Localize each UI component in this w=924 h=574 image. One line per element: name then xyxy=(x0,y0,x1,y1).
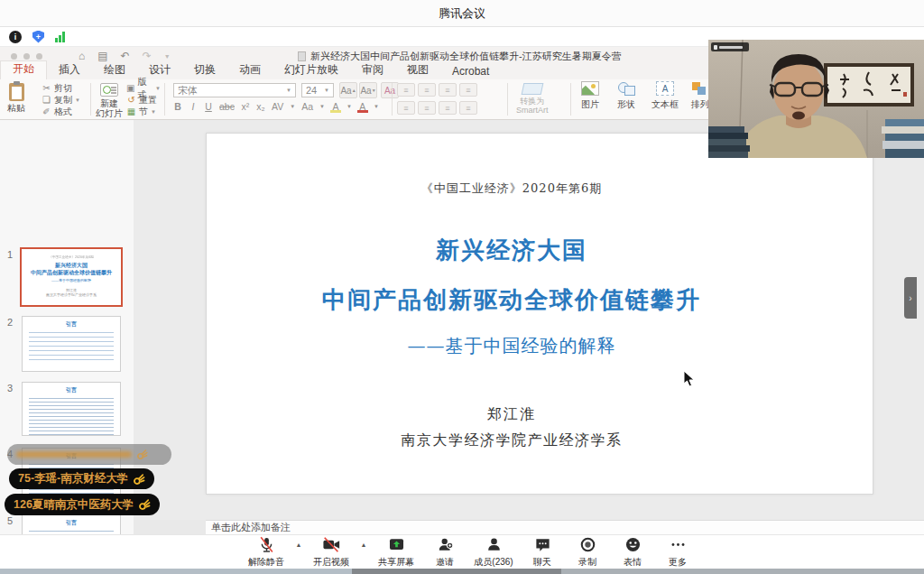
indent-decrease-button[interactable]: ≡ xyxy=(439,83,457,97)
chat-bubble-faded xyxy=(7,444,171,465)
change-case-button[interactable]: Aa xyxy=(301,101,313,112)
highlight-color-button[interactable]: A xyxy=(331,101,340,112)
strikethrough-button[interactable]: abc xyxy=(219,101,235,112)
redo-icon[interactable]: ↷ xyxy=(143,50,152,62)
unmute-button[interactable]: 解除静音 xyxy=(240,536,292,569)
ok-hand-icon xyxy=(136,449,148,460)
mic-muted-icon xyxy=(258,536,275,554)
bottom-edge-strip xyxy=(0,569,924,574)
customize-toolbar-icon[interactable]: ▼ xyxy=(164,53,171,60)
tab-view[interactable]: 视图 xyxy=(395,62,440,79)
tab-acrobat[interactable]: Acrobat xyxy=(440,65,501,79)
window-controls[interactable] xyxy=(11,53,42,60)
tab-review[interactable]: 审阅 xyxy=(350,62,395,79)
numbering-button[interactable]: ≡ xyxy=(418,83,436,97)
font-name-select[interactable]: 宋体 ▼ xyxy=(173,83,296,97)
font-size-select[interactable]: 24 ▼ xyxy=(301,83,334,97)
text-direction-button[interactable]: ≡ xyxy=(459,101,477,115)
indent-increase-button[interactable]: ≡ xyxy=(459,83,477,97)
notes-pane[interactable]: 单击此处添加备注 xyxy=(206,520,924,534)
thumb-number: 3 xyxy=(7,383,13,393)
line-spacing-button[interactable]: ≡ xyxy=(439,101,457,115)
font-format-row: B I U abc x² x₂ AV ▼ Aa ▼ A ▼ A ▼ xyxy=(173,101,379,112)
shield-icon[interactable]: + xyxy=(32,31,44,43)
info-icon[interactable]: i xyxy=(9,31,22,43)
section-button[interactable]: ▦节▼ xyxy=(126,106,161,117)
paste-button[interactable]: 粘贴 xyxy=(7,81,25,113)
cut-button[interactable]: ✂剪切 xyxy=(42,82,80,94)
subscript-button[interactable]: x₂ xyxy=(256,101,265,112)
tab-home[interactable]: 开始 xyxy=(0,60,47,79)
bold-button[interactable]: B xyxy=(173,101,182,112)
participant-name xyxy=(719,46,743,49)
reset-button[interactable]: ↺重置 xyxy=(126,94,161,106)
slide-canvas[interactable]: 《中国工业经济》2020年第6期 新兴经济大国 中间产品创新驱动全球价值链攀升 … xyxy=(206,133,873,495)
slide-thumbnail-2[interactable]: 引言 xyxy=(22,316,121,372)
slide-thumbnail-5[interactable]: 引言 xyxy=(22,514,121,534)
character-spacing-button[interactable]: AV xyxy=(272,101,283,112)
italic-button[interactable]: I xyxy=(189,101,198,112)
webcam-video[interactable] xyxy=(708,40,924,158)
chevron-down-icon: ▼ xyxy=(290,104,295,109)
thumbnail-text-lines xyxy=(29,398,114,436)
bullets-button[interactable]: ≡ xyxy=(397,83,415,97)
mouse-cursor xyxy=(683,370,695,387)
share-screen-icon xyxy=(388,536,405,554)
layout-button[interactable]: ▣版式▼ xyxy=(126,82,161,94)
chat-button[interactable]: 聊天 xyxy=(520,536,565,569)
clear-formatting-button[interactable]: Aa xyxy=(381,82,399,98)
textbox-icon: A xyxy=(656,81,674,96)
chevron-down-icon: ▼ xyxy=(319,104,325,109)
more-icon xyxy=(670,536,687,554)
side-panel-toggle[interactable]: › xyxy=(904,277,917,319)
tab-animations[interactable]: 动画 xyxy=(227,62,273,79)
mic-options-caret[interactable]: ▲ xyxy=(292,536,305,548)
home-icon[interactable]: ⌂ xyxy=(79,50,85,62)
insert-shapes-button[interactable]: 形状 xyxy=(617,81,635,111)
tab-slideshow[interactable]: 幻灯片放映 xyxy=(273,62,350,79)
convert-smartart-button[interactable]: 转换为SmartArt xyxy=(516,83,549,115)
emoji-button[interactable]: 表情 xyxy=(610,536,655,569)
format-painter-icon: ✐ xyxy=(42,106,51,116)
webcam-scene xyxy=(708,40,924,158)
format-painter-button[interactable]: ✐格式 xyxy=(42,106,80,117)
arrange-button[interactable]: 排列 xyxy=(691,81,709,111)
slide-thumbnail-3[interactable]: 引言 xyxy=(22,382,121,436)
webcam-name-badge xyxy=(711,42,749,51)
arrange-icon xyxy=(691,81,709,96)
insert-picture-button[interactable]: 图片 xyxy=(581,81,599,111)
tab-insert[interactable]: 插入 xyxy=(47,62,92,79)
tab-draw[interactable]: 绘图 xyxy=(92,62,137,79)
document-icon xyxy=(298,51,306,61)
ok-hand-icon xyxy=(138,498,151,511)
chevron-down-icon: ▼ xyxy=(324,88,329,93)
align-center-button[interactable]: ≡ xyxy=(418,101,436,115)
copy-button[interactable]: ❏复制▼ xyxy=(42,94,80,106)
align-left-button[interactable]: ≡ xyxy=(397,101,415,115)
copy-icon: ❏ xyxy=(42,95,51,105)
font-color-button[interactable]: A xyxy=(358,101,367,112)
new-slide-icon xyxy=(100,83,118,97)
tab-transitions[interactable]: 切换 xyxy=(182,62,227,79)
quick-access-toolbar: ⌂ ▤ ↶ ↷ ▼ xyxy=(79,50,171,62)
slide-title-line1: 新兴经济大国 xyxy=(207,235,817,266)
grow-font-button[interactable]: Aa▲ xyxy=(339,82,357,98)
undo-icon[interactable]: ↶ xyxy=(121,50,130,62)
insert-textbox-button[interactable]: A 文本框 xyxy=(651,81,679,111)
start-video-button[interactable]: 开启视频 xyxy=(305,536,357,569)
underline-button[interactable]: U xyxy=(204,101,213,112)
emoji-icon xyxy=(624,536,642,554)
more-button[interactable]: 更多 xyxy=(655,536,700,569)
superscript-button[interactable]: x² xyxy=(241,101,250,112)
slide-thumbnail-1[interactable]: 《中国工业经济》2020年第6期 新兴经济大国中间产品创新驱动全球价值链攀升 —… xyxy=(20,247,123,307)
chat-bubble-text: 75-李瑶-南京财经大学 xyxy=(18,471,128,486)
new-slide-button[interactable]: 新建幻灯片 xyxy=(96,81,123,118)
shrink-font-button[interactable]: Aa▼ xyxy=(359,82,377,98)
video-options-caret[interactable]: ▲ xyxy=(357,536,370,548)
members-button[interactable]: 成员(236) xyxy=(467,536,520,569)
save-icon[interactable]: ▤ xyxy=(97,50,107,62)
invite-button[interactable]: 邀请 xyxy=(422,536,467,569)
share-screen-button[interactable]: 共享屏幕 xyxy=(370,536,422,569)
record-button[interactable]: 录制 xyxy=(565,536,610,569)
slide-author: 郑江淮 xyxy=(207,405,817,424)
